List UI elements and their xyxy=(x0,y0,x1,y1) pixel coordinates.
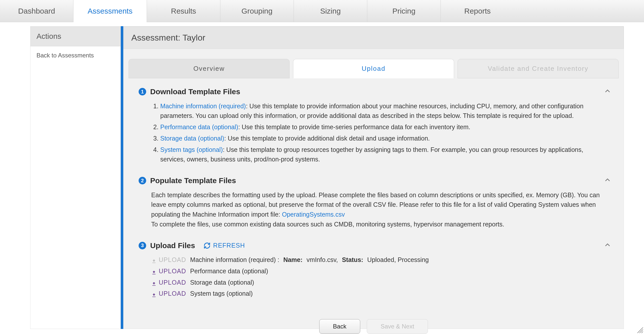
upload-button-storage[interactable]: UPLOAD xyxy=(151,278,186,287)
upload-row-storage: UPLOAD Storage data (optional) xyxy=(151,278,609,287)
template-item-systemtags: System tags (optional): Use this templat… xyxy=(160,145,609,164)
collapse-icon[interactable] xyxy=(604,87,611,98)
tab-grouping[interactable]: Grouping xyxy=(220,0,294,22)
step-badge-2: 2 xyxy=(139,177,146,184)
svg-line-2 xyxy=(641,331,643,333)
main-content: Actions Back to Assessments Assessment: … xyxy=(0,22,644,334)
refresh-label: REFRESH xyxy=(213,241,245,250)
upload-label: UPLOAD xyxy=(159,289,186,298)
subtab-validate: Validate and Create Inventory xyxy=(458,59,619,78)
tab-results[interactable]: Results xyxy=(147,0,220,22)
section2-title: Populate Template Files xyxy=(150,175,236,187)
page-title: Assessment: Taylor xyxy=(124,26,624,49)
section2-body: Each template describes the formatting u… xyxy=(139,190,609,229)
step-badge-1: 1 xyxy=(139,88,146,95)
storage-data-text: : Use this template to provide additiona… xyxy=(224,135,430,142)
name-label: Name: xyxy=(283,255,302,265)
storage-data-link[interactable]: Storage data (optional) xyxy=(160,135,224,142)
upload-label: UPLOAD xyxy=(159,278,186,287)
section2-text-post: To complete the files, use common existi… xyxy=(151,219,609,229)
upload-button-machine: UPLOAD xyxy=(151,255,186,265)
back-to-assessments-link[interactable]: Back to Assessments xyxy=(30,46,120,64)
subtab-overview[interactable]: Overview xyxy=(129,59,290,78)
section-upload: 3 Upload Files REFRESH xyxy=(139,240,609,299)
section3-title: Upload Files xyxy=(150,240,195,252)
performance-data-link[interactable]: Performance data (optional) xyxy=(160,123,238,130)
performance-data-text: : Use this template to provide time-seri… xyxy=(238,123,470,130)
section2-text-pre: Each template describes the formatting u… xyxy=(151,191,600,218)
name-value: vmInfo.csv, xyxy=(307,255,338,265)
upload-button-performance[interactable]: UPLOAD xyxy=(151,266,186,276)
upload-button-systemtags[interactable]: UPLOAD xyxy=(151,289,186,298)
accent-bar xyxy=(121,26,123,329)
section-download: 1 Download Template Files Machine inform… xyxy=(139,86,609,164)
back-button[interactable]: Back xyxy=(319,319,360,334)
sections: 1 Download Template Files Machine inform… xyxy=(124,78,624,309)
upload-icon xyxy=(151,257,157,262)
section-populate: 2 Populate Template Files Each template … xyxy=(139,175,609,229)
system-tags-link[interactable]: System tags (optional) xyxy=(160,146,223,153)
tab-dashboard[interactable]: Dashboard xyxy=(0,0,73,22)
refresh-button[interactable]: REFRESH xyxy=(204,241,245,250)
collapse-icon[interactable] xyxy=(604,176,611,187)
operating-systems-csv-link[interactable]: OperatingSystems.csv xyxy=(282,211,345,218)
machine-info-link[interactable]: Machine information (required) xyxy=(160,103,246,110)
section1-title: Download Template Files xyxy=(150,86,240,98)
status-value: Uploaded, Processing xyxy=(367,255,429,265)
upload-rows: UPLOAD Machine information (required) : … xyxy=(139,255,609,298)
upload-row-performance: UPLOAD Performance data (optional) xyxy=(151,266,609,276)
collapse-icon[interactable] xyxy=(604,241,611,252)
top-nav: Dashboard Assessments Results Grouping S… xyxy=(0,0,644,22)
save-next-button: Save & Next xyxy=(367,319,428,334)
step-badge-3: 3 xyxy=(139,242,146,249)
upload-row-systemtags-label: System tags (optional) xyxy=(190,289,253,298)
status-label: Status: xyxy=(342,255,363,265)
resize-grip-icon[interactable] xyxy=(636,326,643,333)
upload-icon xyxy=(151,268,157,274)
tab-pricing[interactable]: Pricing xyxy=(367,0,441,22)
subtabs: Overview Upload Validate and Create Inve… xyxy=(129,59,619,78)
svg-line-1 xyxy=(639,329,643,333)
template-item-storage: Storage data (optional): Use this templa… xyxy=(160,133,609,143)
sidebar-title: Actions xyxy=(30,26,120,46)
upload-icon xyxy=(151,280,157,285)
actions-sidebar: Actions Back to Assessments xyxy=(30,26,121,329)
refresh-icon xyxy=(204,242,211,249)
upload-icon xyxy=(151,291,157,296)
subtab-upload[interactable]: Upload xyxy=(293,59,454,78)
tab-reports[interactable]: Reports xyxy=(441,0,514,22)
tab-sizing[interactable]: Sizing xyxy=(294,0,367,22)
tab-assessments[interactable]: Assessments xyxy=(73,0,147,22)
template-item-performance: Performance data (optional): Use this te… xyxy=(160,122,609,132)
upload-row-machine: UPLOAD Machine information (required) : … xyxy=(151,255,609,265)
template-list: Machine information (required): Use this… xyxy=(151,101,609,164)
upload-row-performance-label: Performance data (optional) xyxy=(190,266,268,276)
template-item-machine: Machine information (required): Use this… xyxy=(160,101,609,121)
upload-label: UPLOAD xyxy=(159,255,186,265)
upload-label: UPLOAD xyxy=(159,266,186,276)
system-tags-text: : Use this template to group resources t… xyxy=(160,146,583,163)
footer-buttons: Back Save & Next xyxy=(124,319,624,334)
upload-row-systemtags: UPLOAD System tags (optional) xyxy=(151,289,609,298)
content-panel: Assessment: Taylor Overview Upload Valid… xyxy=(123,26,624,329)
upload-row-machine-label: Machine information (required) : xyxy=(190,255,279,265)
upload-row-storage-label: Storage data (optional) xyxy=(190,278,254,287)
